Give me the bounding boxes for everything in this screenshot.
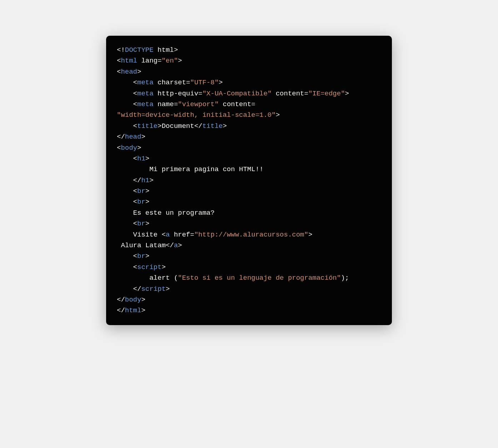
punct: > (178, 242, 182, 249)
punct: > (145, 220, 149, 228)
punct: > (145, 155, 149, 163)
func-alert: alert (149, 274, 174, 282)
tag-title: title (137, 122, 158, 130)
punct: < (117, 144, 121, 152)
punct: < (133, 122, 137, 130)
attr-content: content (272, 90, 304, 98)
tag-meta: meta (137, 79, 154, 86)
punct: > (178, 57, 182, 65)
tag-meta: meta (137, 100, 154, 108)
tag-br: br (137, 187, 145, 195)
doctype-keyword: DOCTYPE (125, 46, 154, 54)
text (154, 46, 158, 54)
punct: </ (117, 296, 125, 304)
tag-a-close: a (174, 242, 178, 249)
code-block: <!DOCTYPE html> <html lang="en"> <head> … (106, 36, 392, 325)
link-text: Alura Latam (117, 242, 166, 249)
punct: > (137, 68, 141, 76)
tag-h1-close: h1 (141, 176, 149, 184)
punct: < (133, 79, 137, 86)
punct: > (308, 231, 312, 239)
punct: = (198, 90, 202, 98)
indent (117, 220, 133, 228)
attr-value: "IE=edge" (308, 90, 345, 98)
indent (117, 100, 133, 108)
punct: ); (341, 274, 349, 282)
body-text: Es este un programa? (133, 209, 215, 217)
punct: > (145, 252, 149, 260)
indent (117, 155, 133, 163)
punct: < (117, 57, 121, 65)
tag-body-close: body (125, 296, 141, 304)
attr-charset: charset (154, 79, 186, 86)
punct: = (304, 90, 308, 98)
punct: < (117, 68, 121, 76)
punct: = (190, 231, 194, 239)
indent (117, 79, 133, 86)
punct: < (161, 231, 165, 239)
attr-value: "X-UA-Compatible" (202, 90, 272, 98)
tag-h1: h1 (137, 155, 145, 163)
attr-http-equiv: http-equiv (154, 90, 198, 98)
attr-value: "http://www.aluracursos.com" (194, 231, 308, 239)
punct: < (133, 198, 137, 206)
punct: ( (174, 274, 178, 282)
attr-value: "viewport" (178, 100, 219, 108)
punct: </ (133, 176, 141, 184)
punct: > (174, 46, 178, 54)
tag-title-close: title (202, 122, 223, 130)
tag-br: br (137, 220, 145, 228)
punct: < (133, 90, 137, 98)
h1-text: Mi primera pagina con HTML!! (149, 165, 263, 173)
punct: > (145, 187, 149, 195)
attr-name: name (154, 100, 174, 108)
punct: > (219, 79, 223, 86)
indent (117, 122, 133, 130)
indent (117, 90, 133, 98)
attr-value: "width=device-width, initial-scale=1.0" (117, 111, 276, 119)
tag-script: script (137, 263, 161, 271)
indent (117, 209, 133, 217)
attr-value: "UTF-8" (190, 79, 219, 86)
tag-html-close: html (125, 307, 141, 314)
punct: > (161, 263, 165, 271)
indent (117, 231, 133, 239)
punct: </ (117, 307, 125, 314)
attr-lang: lang (137, 57, 158, 65)
body-text: Visite (133, 231, 162, 239)
punct: > (141, 296, 145, 304)
punct: = (186, 79, 190, 86)
punct: > (149, 176, 153, 184)
punct: < (133, 100, 137, 108)
punct: = (251, 100, 255, 108)
punct: </ (166, 242, 174, 249)
attr-value: "en" (161, 57, 178, 65)
tag-br: br (137, 252, 145, 260)
indent (117, 252, 133, 260)
punct: > (345, 90, 349, 98)
punct: = (158, 57, 161, 65)
punct: < (133, 155, 137, 163)
punct: > (158, 122, 161, 130)
punct: > (141, 133, 145, 141)
title-text: Document (161, 122, 194, 130)
attr-href: href (170, 231, 190, 239)
tag-head-close: head (125, 133, 141, 141)
indent (117, 165, 149, 173)
tag-meta: meta (137, 90, 154, 98)
punct: > (223, 122, 226, 130)
punct: > (141, 307, 145, 314)
indent (117, 274, 149, 282)
punct: = (174, 100, 178, 108)
tag-script-close: script (141, 285, 165, 293)
punct: </ (133, 285, 141, 293)
doctype-html: html (158, 46, 174, 54)
punct: </ (117, 133, 125, 141)
punct: > (276, 111, 280, 119)
punct: > (166, 285, 170, 293)
tag-html: html (121, 57, 137, 65)
punct: > (145, 198, 149, 206)
tag-body: body (121, 144, 137, 152)
punct: < (133, 263, 137, 271)
string-literal: "Esto si es un lenguaje de programación" (178, 274, 341, 282)
